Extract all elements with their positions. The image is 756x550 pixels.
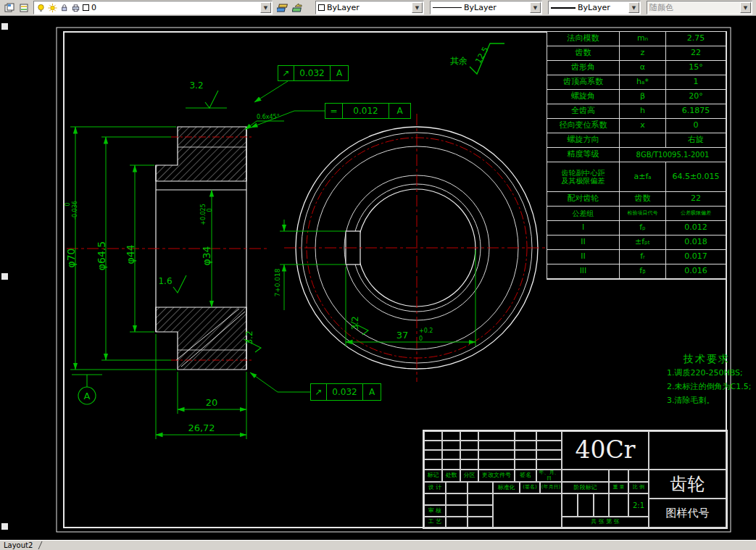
title-block-cell bbox=[424, 493, 446, 505]
param-table-cell: I bbox=[547, 221, 620, 236]
param-table-row: IIfᵣ0.017 bbox=[547, 250, 726, 264]
linetype-sample bbox=[433, 7, 462, 8]
revision-grid-cell bbox=[424, 431, 442, 441]
revision-grid-cell bbox=[442, 459, 460, 470]
layer-previous-button[interactable] bbox=[290, 1, 305, 14]
param-table-row: II±fₚₜ0.018 bbox=[547, 236, 726, 250]
revision-grid-cell bbox=[536, 441, 562, 450]
tech-requirement-line: 2.未标注的倒角为C1.5; bbox=[652, 380, 756, 393]
title-block-cell bbox=[493, 493, 562, 528]
title-block-cell: 比 例 bbox=[628, 482, 649, 493]
gdt-frame-runout-bottom: ↗ 0.032 A bbox=[310, 383, 381, 401]
title-block-cell bbox=[609, 493, 628, 517]
drawing-code-cell: 图样代号 bbox=[649, 499, 726, 528]
param-table-row: 公差组检验项目代号公差极限偏差 bbox=[547, 207, 726, 221]
gdt-frame-parallelism: = 0.012 A bbox=[325, 103, 411, 119]
title-block-cell: 分区 bbox=[460, 470, 478, 482]
param-table-cell: 检验项目代号 bbox=[620, 207, 666, 221]
make-layer-current-icon bbox=[277, 2, 288, 14]
revision-grid-cell bbox=[478, 441, 515, 450]
runout-symbol: ↗ bbox=[311, 384, 327, 400]
revision-grid-cell bbox=[515, 441, 536, 450]
param-table-cell: 精度等级 bbox=[547, 148, 620, 162]
tech-requirement-line: 3.清除毛刺。 bbox=[652, 393, 756, 407]
layer-properties-icon bbox=[4, 2, 15, 14]
layer-states-icon bbox=[19, 2, 30, 14]
param-table-cell: 0.016 bbox=[666, 264, 726, 279]
tech-requirement-line: 1.调质220-250HBS; bbox=[652, 366, 756, 380]
title-block-cell bbox=[468, 493, 493, 505]
param-table-cell: 全齿高 bbox=[547, 104, 620, 119]
param-table-cell: 8GB/T10095.1-2001 bbox=[620, 148, 726, 162]
param-table-cell: 径向变位系数 bbox=[547, 119, 620, 133]
current-linetype-value: ByLayer bbox=[464, 3, 497, 12]
designer-label-cell: 设 计 bbox=[424, 482, 446, 493]
title-block-cell: 重 量 bbox=[609, 482, 628, 493]
param-table-cell: II bbox=[547, 250, 620, 264]
current-plot-style-value: 随颜色 bbox=[649, 2, 673, 13]
revision-grid-cell bbox=[515, 459, 536, 470]
title-block-cell bbox=[628, 470, 649, 482]
param-table-row: 齿顶高系数hₐ*1 bbox=[547, 75, 726, 90]
technical-requirements: 技术要求 1.调质220-250HBS;2.未标注的倒角为C1.5;3.清除毛刺… bbox=[652, 353, 756, 407]
param-table-cell: 配对齿轮 bbox=[547, 192, 620, 207]
revision-grid-cell bbox=[515, 450, 536, 459]
linetype-control-combo[interactable]: ByLayer ▼ bbox=[430, 1, 542, 14]
param-table-cell bbox=[620, 133, 666, 148]
gdt-datum-ref: A bbox=[331, 66, 348, 80]
gdt-datum-ref: A bbox=[389, 104, 410, 118]
runout-symbol: ↗ bbox=[278, 66, 294, 80]
revision-grid-cell bbox=[478, 459, 515, 470]
title-block-cell bbox=[562, 470, 609, 482]
param-table-cell: 螺旋角 bbox=[547, 90, 620, 104]
color-control-combo[interactable]: ByLayer ▼ bbox=[315, 1, 424, 14]
object-properties-toolbar: 0 ▼ ByLayer ▼ ByLayer ▼ ByLayer ▼ 随颜色 ▼ bbox=[0, 0, 756, 16]
title-block-cell: 审 核 bbox=[424, 505, 446, 517]
param-table-cell: 22 bbox=[666, 192, 726, 207]
layer-plot-printer-icon bbox=[71, 3, 80, 13]
param-table-cell: a±fₐ bbox=[620, 162, 666, 192]
layer-states-button[interactable] bbox=[17, 1, 32, 14]
lineweight-control-combo[interactable]: ByLayer ▼ bbox=[548, 1, 641, 14]
plot-style-dropdown-arrow: ▼ bbox=[740, 2, 751, 13]
lineweight-combo-dropdown-arrow[interactable]: ▼ bbox=[628, 2, 639, 13]
title-block: 标记处数分区更改文件号签名年、月、日设 计标准化(签名)(年月日)审 核工 艺4… bbox=[424, 431, 726, 528]
param-table-row: 螺旋方向右旋 bbox=[547, 133, 726, 148]
linetype-combo-dropdown-arrow[interactable]: ▼ bbox=[530, 2, 541, 13]
title-block-cell bbox=[468, 482, 493, 493]
title-block-cell bbox=[446, 517, 468, 528]
tab-layout2[interactable]: Layout2 bbox=[4, 541, 33, 549]
tech-requirements-title: 技术要求 bbox=[652, 353, 756, 366]
layer-previous-icon bbox=[292, 2, 304, 14]
param-table-cell: β bbox=[620, 90, 666, 104]
param-table-cell: 1 bbox=[666, 75, 726, 90]
title-block-cell bbox=[562, 493, 578, 517]
revision-grid-cell bbox=[424, 450, 442, 459]
current-layer-name: 0 bbox=[91, 3, 96, 12]
param-table-row: 径向变位系数x0 bbox=[547, 119, 726, 133]
revision-grid-cell bbox=[478, 431, 515, 441]
param-table-cell: ±fₚₜ bbox=[620, 236, 666, 250]
layer-properties-button[interactable] bbox=[1, 1, 17, 14]
revision-grid-cell bbox=[536, 431, 562, 441]
title-block-cell: (签名) bbox=[520, 482, 540, 493]
layer-combo-dropdown-arrow[interactable]: ▼ bbox=[260, 2, 271, 13]
tech-requirements-list: 1.调质220-250HBS;2.未标注的倒角为C1.5;3.清除毛刺。 bbox=[652, 366, 756, 407]
revision-grid-cell bbox=[460, 431, 478, 441]
make-layer-current-button[interactable] bbox=[275, 1, 290, 14]
layer-on-bulb-icon bbox=[36, 3, 46, 13]
param-table-cell: 15° bbox=[666, 61, 726, 75]
param-table-cell: fₚ bbox=[620, 221, 666, 236]
lineweight-sample bbox=[551, 7, 576, 9]
param-table-cell: z bbox=[620, 46, 666, 61]
param-table-cell: 齿顶高系数 bbox=[547, 75, 620, 90]
color-combo-dropdown-arrow[interactable]: ▼ bbox=[412, 2, 423, 13]
layer-control-combo[interactable]: 0 ▼ bbox=[33, 1, 273, 14]
revision-grid-cell bbox=[536, 450, 562, 459]
param-table-cell: 齿轮副中心距及其极限偏差 bbox=[547, 162, 620, 192]
layer-freeze-sun-icon bbox=[48, 3, 57, 13]
gdt-tolerance-value: 0.032 bbox=[294, 66, 331, 80]
param-table-cell: fᵣ bbox=[620, 250, 666, 264]
tab-edge-decoration bbox=[34, 541, 43, 549]
param-table-row: 全齿高h6.1875 bbox=[547, 104, 726, 119]
